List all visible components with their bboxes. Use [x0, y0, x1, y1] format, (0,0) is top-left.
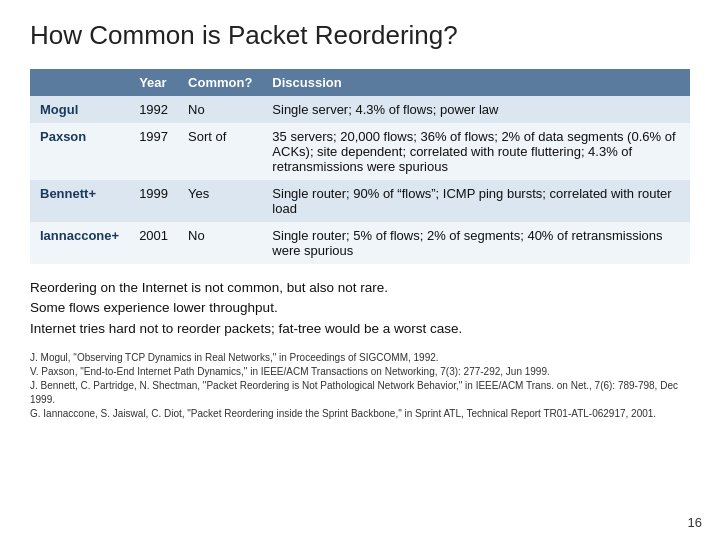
references: J. Mogul, "Observing TCP Dynamics in Rea…	[30, 351, 690, 421]
cell-common: Yes	[178, 180, 262, 222]
page-number: 16	[688, 515, 702, 530]
cell-common: No	[178, 96, 262, 123]
cell-discussion: Single server; 4.3% of flows; power law	[262, 96, 690, 123]
summary-text: Reordering on the Internet is not common…	[30, 278, 690, 339]
table-row: Bennett+1999YesSingle router; 90% of “fl…	[30, 180, 690, 222]
reference-item: G. Iannaccone, S. Jaiswal, C. Diot, "Pac…	[30, 407, 690, 421]
cell-author: Iannaccone+	[30, 222, 129, 264]
col-header-year: Year	[129, 69, 178, 96]
reference-item: V. Paxson, "End-to-End Internet Path Dyn…	[30, 365, 690, 379]
page-title: How Common is Packet Reordering?	[30, 20, 690, 51]
col-header-discussion: Discussion	[262, 69, 690, 96]
cell-year: 1997	[129, 123, 178, 180]
table-row: Mogul1992NoSingle server; 4.3% of flows;…	[30, 96, 690, 123]
comparison-table: Year Common? Discussion Mogul1992NoSingl…	[30, 69, 690, 264]
table-row: Paxson1997Sort of35 servers; 20,000 flow…	[30, 123, 690, 180]
cell-discussion: 35 servers; 20,000 flows; 36% of flows; …	[262, 123, 690, 180]
cell-year: 1992	[129, 96, 178, 123]
cell-discussion: Single router; 90% of “flows”; ICMP ping…	[262, 180, 690, 222]
cell-common: Sort of	[178, 123, 262, 180]
summary-line: Internet tries hard not to reorder packe…	[30, 319, 690, 339]
col-header-common: Common?	[178, 69, 262, 96]
cell-author: Bennett+	[30, 180, 129, 222]
cell-year: 2001	[129, 222, 178, 264]
reference-item: J. Mogul, "Observing TCP Dynamics in Rea…	[30, 351, 690, 365]
cell-author: Paxson	[30, 123, 129, 180]
summary-line: Some flows experience lower throughput.	[30, 298, 690, 318]
cell-year: 1999	[129, 180, 178, 222]
summary-line: Reordering on the Internet is not common…	[30, 278, 690, 298]
col-header-author	[30, 69, 129, 96]
cell-common: No	[178, 222, 262, 264]
cell-discussion: Single router; 5% of flows; 2% of segmen…	[262, 222, 690, 264]
reference-item: J. Bennett, C. Partridge, N. Shectman, "…	[30, 379, 690, 407]
table-row: Iannaccone+2001NoSingle router; 5% of fl…	[30, 222, 690, 264]
cell-author: Mogul	[30, 96, 129, 123]
